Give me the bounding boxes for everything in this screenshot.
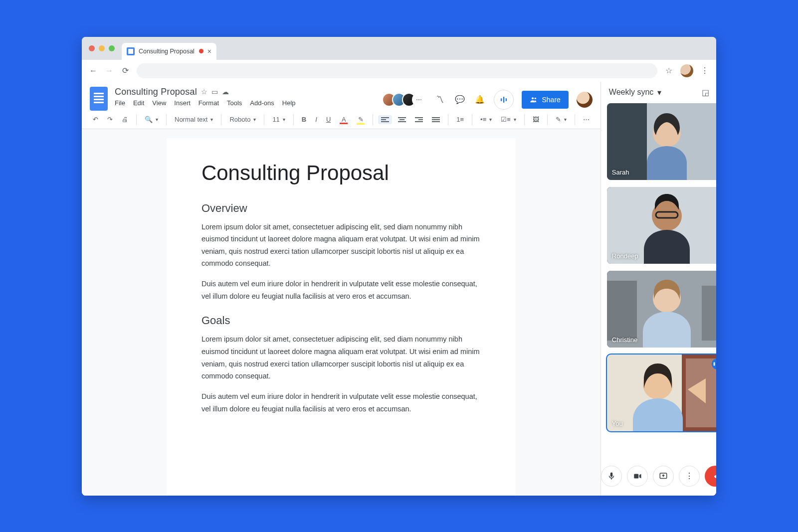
back-button[interactable]: ← bbox=[89, 66, 98, 75]
align-justify-button[interactable] bbox=[429, 115, 443, 124]
address-bar[interactable] bbox=[137, 63, 657, 78]
menu-help[interactable]: Help bbox=[282, 99, 296, 107]
menu-addons[interactable]: Add-ons bbox=[250, 99, 274, 107]
menu-bar: File Edit View Insert Format Tools Add-o… bbox=[115, 97, 375, 107]
account-avatar[interactable] bbox=[577, 92, 593, 108]
doc-h1[interactable]: Consulting Proposal bbox=[201, 161, 481, 185]
formatting-toolbar: ↶ ↷ 🖨 🔍 Normal text Roboto 11 B I U A ✎ bbox=[82, 111, 600, 129]
doc-section-heading[interactable]: Overview bbox=[201, 202, 481, 215]
people-icon bbox=[530, 96, 538, 104]
checklist-button[interactable]: ☑≡ bbox=[498, 114, 519, 125]
window-close-button[interactable] bbox=[89, 45, 95, 51]
svg-point-4 bbox=[535, 97, 536, 99]
svg-rect-2 bbox=[506, 98, 507, 101]
menu-insert[interactable]: Insert bbox=[174, 99, 191, 107]
align-left-button[interactable] bbox=[378, 115, 392, 124]
presence-avatars[interactable]: ⋯ bbox=[382, 93, 426, 107]
move-icon[interactable]: ▭ bbox=[211, 88, 218, 96]
comments-icon[interactable]: 💬 bbox=[454, 94, 466, 106]
docs-favicon-icon bbox=[127, 47, 135, 55]
docs-editor: Consulting Proposal ☆ ▭ ☁ File Edit View… bbox=[82, 82, 601, 496]
svg-rect-0 bbox=[501, 98, 502, 101]
chevron-down-icon: ▾ bbox=[657, 88, 661, 97]
doc-paragraph[interactable]: Duis autem vel eum iriure dolor in hendr… bbox=[201, 390, 481, 415]
participant-tile[interactable]: Rondeep bbox=[607, 187, 716, 264]
print-button[interactable]: 🖨 bbox=[119, 114, 131, 125]
zoom-dropdown[interactable]: 🔍 bbox=[142, 114, 161, 125]
align-right-button[interactable] bbox=[412, 115, 426, 124]
reload-button[interactable]: ⟳ bbox=[121, 66, 130, 75]
doc-section-heading[interactable]: Goals bbox=[201, 314, 481, 327]
docs-logo-icon[interactable] bbox=[90, 87, 108, 111]
recording-indicator-icon bbox=[199, 49, 203, 53]
editing-mode-button[interactable]: ✎ bbox=[553, 114, 570, 125]
voice-bars-icon bbox=[499, 95, 508, 104]
browser-toolbar: ← → ⟳ ☆ ⋮ bbox=[82, 60, 716, 82]
numbered-list-button[interactable]: 1≡ bbox=[453, 114, 467, 125]
italic-button[interactable]: I bbox=[312, 114, 320, 125]
participant-name: Christine bbox=[612, 336, 637, 344]
meeting-title-dropdown[interactable]: Weekly sync ▾ bbox=[609, 88, 662, 97]
svg-point-3 bbox=[532, 97, 534, 99]
meet-in-doc-button[interactable] bbox=[494, 90, 514, 110]
document-page[interactable]: Consulting Proposal Overview Lorem ipsum… bbox=[167, 138, 516, 496]
browser-tab-title: Consulting Proposal bbox=[139, 48, 195, 55]
browser-tab[interactable]: Consulting Proposal × bbox=[122, 43, 216, 60]
menu-format[interactable]: Format bbox=[199, 99, 219, 107]
share-button[interactable]: Share bbox=[522, 91, 568, 109]
present-button[interactable] bbox=[653, 466, 674, 487]
insert-image-button[interactable]: 🖼 bbox=[530, 114, 542, 125]
menu-file[interactable]: File bbox=[115, 99, 125, 107]
hang-up-button[interactable] bbox=[705, 466, 716, 487]
doc-paragraph[interactable]: Lorem ipsum dolor sit amet, consectetuer… bbox=[201, 221, 481, 270]
notifications-icon[interactable]: 🔔 bbox=[474, 94, 486, 106]
participant-name: Rondeep bbox=[612, 252, 638, 260]
activity-icon[interactable]: 〽 bbox=[434, 94, 446, 106]
star-icon[interactable]: ☆ bbox=[201, 88, 207, 96]
document-title[interactable]: Consulting Proposal bbox=[115, 87, 197, 97]
menu-tools[interactable]: Tools bbox=[227, 99, 242, 107]
svg-rect-1 bbox=[503, 97, 504, 103]
menu-edit[interactable]: Edit bbox=[133, 99, 144, 107]
camera-button[interactable] bbox=[627, 466, 648, 487]
bold-button[interactable]: B bbox=[299, 114, 309, 125]
speaking-indicator-icon bbox=[712, 358, 716, 369]
share-button-label: Share bbox=[542, 96, 560, 104]
paragraph-style-dropdown[interactable]: Normal text bbox=[172, 114, 216, 125]
participant-tile[interactable]: Christine bbox=[607, 271, 716, 348]
participant-name: You bbox=[612, 420, 623, 427]
align-center-button[interactable] bbox=[395, 115, 409, 124]
window-zoom-button[interactable] bbox=[109, 45, 115, 51]
browser-menu-button[interactable]: ⋮ bbox=[700, 66, 709, 75]
microphone-icon bbox=[607, 472, 616, 481]
redo-button[interactable]: ↷ bbox=[104, 114, 116, 125]
forward-button[interactable]: → bbox=[105, 66, 114, 75]
browser-tab-strip: Consulting Proposal × bbox=[82, 37, 716, 60]
participant-tile[interactable]: Sarah bbox=[607, 103, 716, 180]
undo-button[interactable]: ↶ bbox=[90, 114, 101, 125]
camera-icon bbox=[633, 472, 642, 481]
window-minimize-button[interactable] bbox=[99, 45, 105, 51]
mute-button[interactable] bbox=[601, 466, 622, 487]
hang-up-icon bbox=[713, 470, 716, 482]
picture-in-picture-icon[interactable]: ◲ bbox=[702, 88, 709, 97]
underline-button[interactable]: U bbox=[323, 114, 334, 125]
font-family-dropdown[interactable]: Roboto bbox=[226, 114, 259, 125]
bookmark-star-icon[interactable]: ☆ bbox=[664, 66, 673, 75]
doc-paragraph[interactable]: Lorem ipsum dolor sit amet, consectetuer… bbox=[201, 333, 481, 382]
text-color-button[interactable]: A bbox=[337, 114, 351, 125]
more-options-button[interactable]: ⋮ bbox=[679, 466, 700, 487]
document-canvas[interactable]: Consulting Proposal Overview Lorem ipsum… bbox=[82, 129, 600, 496]
tab-close-button[interactable]: × bbox=[207, 47, 211, 55]
menu-view[interactable]: View bbox=[152, 99, 166, 107]
highlight-color-button[interactable]: ✎ bbox=[354, 114, 368, 126]
svg-rect-14 bbox=[702, 286, 716, 341]
toolbar-overflow-button[interactable]: ⋯ bbox=[580, 114, 593, 125]
font-size-dropdown[interactable]: 11 bbox=[269, 114, 288, 125]
participant-tile-self[interactable]: You bbox=[607, 355, 716, 431]
meet-controls: ⋮ bbox=[601, 459, 716, 496]
doc-paragraph[interactable]: Duis autem vel eum iriure dolor in hendr… bbox=[201, 278, 481, 302]
browser-profile-avatar[interactable] bbox=[680, 64, 693, 77]
bulleted-list-button[interactable]: •≡ bbox=[477, 114, 495, 125]
cloud-saved-icon: ☁ bbox=[222, 88, 229, 96]
